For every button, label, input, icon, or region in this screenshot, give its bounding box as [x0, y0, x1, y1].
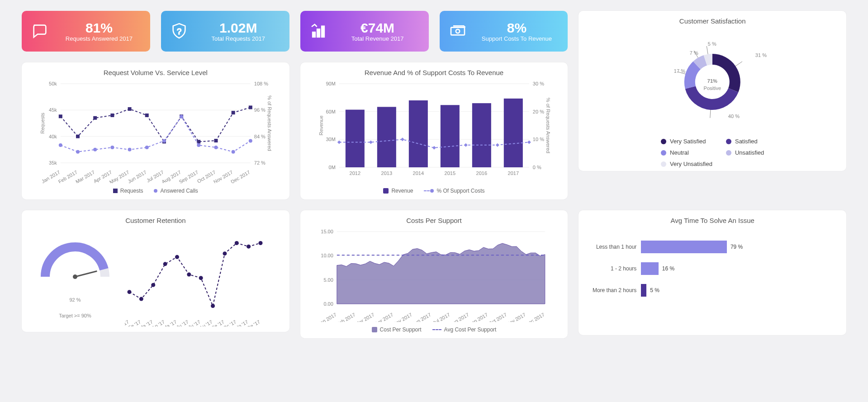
svg-point-40 [76, 150, 80, 154]
gauge-retention: 92 %Target >= 90% [30, 227, 120, 326]
svg-text:71%: 71% [707, 78, 717, 84]
svg-text:50k: 50k [49, 81, 57, 86]
svg-text:45k: 45k [49, 107, 57, 113]
legend-item: Very Satisfied [661, 138, 712, 145]
svg-point-39 [59, 143, 62, 147]
svg-text:2014: 2014 [413, 170, 423, 176]
svg-text:Revenue: Revenue [318, 115, 323, 135]
col-3: Customer Satisfaction 31 %40 %17 %7 %5 %… [579, 11, 846, 199]
svg-text:Jan 2017: Jan 2017 [317, 312, 337, 322]
satisfaction-legend: Very Satisfied Satisfied Neutral Unsatis… [587, 133, 838, 167]
svg-point-99 [139, 297, 143, 301]
svg-text:40 %: 40 % [728, 114, 740, 119]
svg-text:5 %: 5 % [708, 41, 716, 47]
chart-title: Request Volume Vs. Service Level [30, 69, 281, 76]
kpi-row-1: 81% Requests Answered 2017 ? 1.02M Total… [22, 11, 289, 52]
svg-point-45 [162, 139, 166, 142]
legend-item: Unsatisfied [726, 149, 764, 156]
svg-rect-31 [128, 107, 132, 111]
svg-text:Sep 2017: Sep 2017 [178, 169, 199, 183]
svg-line-94 [75, 271, 97, 277]
kpi-label: Requests Answered 2017 [56, 35, 142, 42]
kpi-total-requests: ? 1.02M Total Requests 2017 [161, 11, 289, 52]
chart-title: Revenue And % of Support Costs To Revenu… [308, 69, 560, 76]
svg-rect-29 [93, 116, 97, 120]
hbar-label: More than 2 hours [587, 287, 636, 293]
svg-text:Target >=  90%: Target >= 90% [59, 313, 91, 318]
svg-rect-53 [321, 26, 324, 37]
svg-point-104 [199, 276, 203, 280]
svg-text:Oct 2017: Oct 2017 [487, 312, 508, 322]
svg-text:% of Requests Answered: % of Requests Answered [267, 95, 272, 151]
svg-text:Dec 2017: Dec 2017 [230, 169, 251, 183]
kpi-row-2: €74M Total Revenue 2017 8% Support Costs… [300, 11, 568, 52]
chart-request-volume: 35k40k45k50k72 %84 %96 %108 %Jan 2017Feb… [30, 79, 281, 183]
svg-text:0 %: 0 % [532, 165, 541, 170]
card-costs: Costs Per Support 0.005.0010.0015.00Jan … [300, 210, 568, 338]
kpi-requests-answered: 81% Requests Answered 2017 [22, 11, 150, 52]
kpi-label: Total Revenue 2017 [335, 35, 421, 42]
svg-text:10 %: 10 % [532, 137, 544, 142]
svg-point-98 [128, 290, 132, 294]
svg-text:May 2017: May 2017 [109, 169, 130, 183]
svg-text:Apr 2017: Apr 2017 [374, 312, 394, 322]
barchart-icon [308, 21, 328, 41]
svg-rect-80 [503, 99, 522, 167]
svg-text:92 %: 92 % [69, 297, 81, 303]
legend-item: Satisfied [726, 138, 764, 145]
svg-text:Dec 2017: Dec 2017 [524, 312, 545, 322]
svg-point-42 [110, 146, 114, 149]
svg-point-44 [145, 146, 149, 149]
svg-point-100 [151, 283, 155, 287]
svg-text:108 %: 108 % [254, 81, 268, 86]
svg-text:2015: 2015 [444, 170, 455, 176]
card-satisfaction: Customer Satisfaction 31 %40 %17 %7 %5 %… [579, 11, 846, 171]
chart-title: Customer Satisfaction [587, 17, 838, 25]
svg-text:40k: 40k [49, 134, 57, 139]
svg-point-49 [232, 150, 235, 154]
hbar-label: 1 - 2 hours [587, 265, 636, 272]
svg-text:?: ? [177, 27, 181, 36]
svg-rect-37 [232, 111, 235, 114]
svg-text:5.00: 5.00 [323, 277, 333, 283]
chart-retention-line: Ja '17Fe '17Ma '17Ap '17Ma '17Ju '17Ju '… [125, 227, 265, 326]
card-request-volume: Request Volume Vs. Service Level 35k40k4… [22, 62, 289, 199]
svg-text:May 2017: May 2017 [391, 312, 413, 322]
svg-point-108 [247, 245, 251, 249]
svg-line-83 [710, 110, 711, 118]
card-revenue-support: Revenue And % of Support Costs To Revenu… [300, 62, 568, 199]
svg-rect-51 [312, 32, 315, 38]
hbar-value: 5 % [650, 287, 659, 293]
svg-text:Mar 2017: Mar 2017 [75, 169, 95, 183]
svg-text:Jun 2017: Jun 2017 [127, 169, 147, 183]
svg-point-103 [187, 273, 191, 277]
svg-rect-38 [249, 106, 252, 109]
svg-point-105 [211, 304, 215, 308]
svg-text:Jul 2017: Jul 2017 [432, 312, 451, 322]
kpi-value: €74M [335, 20, 421, 35]
svg-point-48 [214, 146, 218, 149]
svg-text:7 %: 7 % [690, 50, 698, 56]
col-2b: Costs Per Support 0.005.0010.0015.00Jan … [300, 210, 568, 338]
svg-rect-72 [377, 107, 396, 167]
hbar [641, 241, 727, 253]
svg-text:15.00: 15.00 [321, 229, 333, 234]
svg-text:2016: 2016 [476, 170, 487, 176]
svg-rect-70 [345, 110, 364, 167]
svg-text:Positive: Positive [704, 85, 721, 91]
svg-rect-78 [472, 103, 491, 167]
svg-text:35k: 35k [49, 160, 57, 166]
svg-point-55 [455, 29, 459, 33]
svg-text:Sep 2017: Sep 2017 [467, 312, 489, 322]
svg-rect-76 [440, 105, 459, 167]
svg-text:30M: 30M [326, 137, 335, 142]
svg-rect-36 [214, 139, 218, 142]
svg-rect-28 [76, 135, 80, 138]
chart-satisfaction: 31 %40 %17 %7 %5 %71%Positive [587, 28, 838, 132]
chart-costs: 0.005.0010.0015.00Jan 2017Feb 2017Mar 20… [308, 227, 560, 322]
svg-text:2013: 2013 [381, 170, 392, 176]
svg-point-46 [180, 115, 183, 118]
col-1b: Customer Retention 92 %Target >= 90% Ja … [22, 210, 289, 338]
svg-text:0.00: 0.00 [323, 301, 333, 307]
svg-text:2017: 2017 [508, 170, 518, 176]
